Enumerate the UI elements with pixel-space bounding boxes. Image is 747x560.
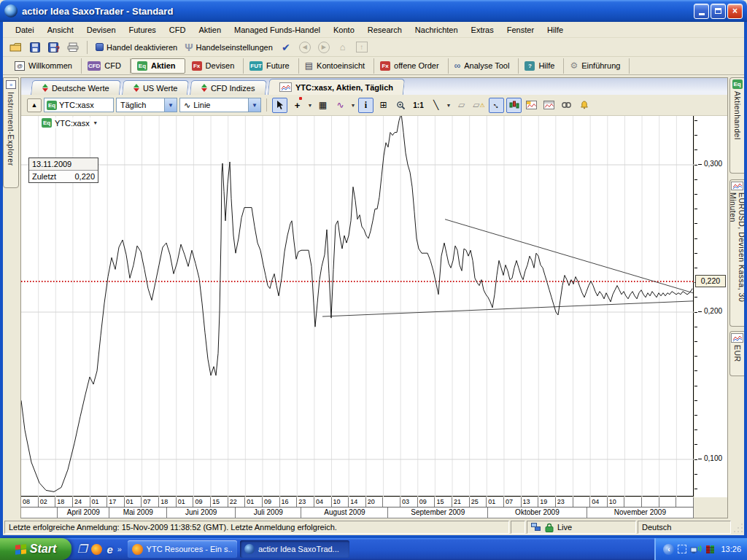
module-tab-label: Willkommen bbox=[28, 61, 72, 70]
dock-tab-aktienhandel[interactable]: EqAktienhandel bbox=[729, 77, 744, 174]
zoom-in-button[interactable] bbox=[393, 98, 409, 113]
forward-button[interactable]: ▶ bbox=[316, 39, 332, 55]
trendline-dropdown-icon[interactable]: ▼ bbox=[446, 103, 452, 108]
alert-bell-button[interactable] bbox=[576, 98, 592, 113]
close-button[interactable]: × bbox=[727, 4, 743, 19]
chart-tab-cfd-indizes[interactable]: CFD Indizes bbox=[190, 80, 267, 95]
menu-item-hilfe[interactable]: Hilfe bbox=[541, 24, 570, 36]
quick-launch-overflow-icon[interactable]: » bbox=[117, 545, 122, 553]
forward-icon: ▶ bbox=[318, 42, 330, 53]
menu-item-futures[interactable]: Futures bbox=[123, 24, 163, 36]
print-button[interactable] bbox=[65, 39, 81, 55]
x-axis-day bbox=[573, 497, 591, 507]
menu-item-konto[interactable]: Konto bbox=[327, 24, 361, 36]
chart-legend[interactable]: Eq YTC:xasx ▼ bbox=[40, 117, 100, 128]
save-as-button[interactable]: ? bbox=[46, 39, 62, 55]
tooltip-value: 0,220 bbox=[74, 172, 95, 181]
tray-app-icon[interactable] bbox=[678, 545, 686, 553]
sidebar-tab-instrument-explorer[interactable]: ≡ Instrument-Explorer bbox=[3, 77, 19, 188]
back-button[interactable]: ◀ bbox=[297, 39, 313, 55]
trade-settings-button[interactable]: Ψ Handelseinstellungen bbox=[182, 39, 275, 55]
style-select[interactable]: ∿Linie ▼ bbox=[179, 98, 261, 112]
info-tool-button[interactable]: i bbox=[358, 98, 374, 113]
x-axis-months[interactable]: April 2009Mai 2009Juni 2009Juli 2009Augu… bbox=[21, 508, 694, 518]
up-down-arrows-icon bbox=[201, 84, 207, 92]
module-tab-devisen[interactable]: FxDevisen bbox=[186, 58, 244, 74]
x-axis-day: 15 bbox=[211, 497, 228, 507]
x-axis-day: 14 bbox=[349, 497, 366, 507]
detach-window-button[interactable]: ⊞ bbox=[376, 98, 391, 113]
ie-desktop-icon[interactable]: ❐ bbox=[77, 542, 87, 556]
crosshair-tool-button[interactable]: + bbox=[290, 98, 305, 113]
grid-toggle-button[interactable]: ▦ bbox=[315, 98, 330, 113]
symbol-input[interactable]: Eq YTC:xasx bbox=[44, 98, 114, 112]
menu-item-cfd[interactable]: CFD bbox=[163, 24, 193, 36]
module-tab-aktien[interactable]: EqAktien bbox=[131, 58, 185, 74]
legend-dropdown-icon[interactable]: ▼ bbox=[93, 120, 98, 125]
menu-item-aktien[interactable]: Aktien bbox=[192, 24, 228, 36]
menu-item-fenster[interactable]: Fenster bbox=[500, 24, 541, 36]
module-tab-hilfe[interactable]: ?Hilfe bbox=[519, 58, 564, 74]
eraser-all-button[interactable]: ▱⚠ bbox=[471, 98, 487, 113]
open-button[interactable] bbox=[7, 39, 24, 55]
x-axis-day: 21 bbox=[452, 497, 470, 507]
menu-item-managed-funds-handel[interactable]: Managed Funds-Handel bbox=[228, 24, 327, 36]
chart-tab-deutsche-werte[interactable]: Deutsche Werte bbox=[31, 80, 121, 95]
language-field[interactable]: Deutsch bbox=[638, 521, 731, 534]
resize-grip[interactable] bbox=[732, 521, 743, 534]
trendline-tool-button[interactable]: ╲ bbox=[428, 98, 444, 113]
save-button[interactable] bbox=[27, 39, 43, 55]
fit-scale-button[interactable]: ↔ bbox=[489, 98, 504, 113]
menu-item-devisen[interactable]: Devisen bbox=[80, 24, 123, 36]
crosshair-dropdown-icon[interactable]: ▼ bbox=[307, 103, 313, 108]
tray-collapse-icon[interactable]: ‹ bbox=[663, 544, 674, 555]
chart-tab-ytc-xasx-aktien-t-glich[interactable]: YTC:xasx, Aktien, Täglich bbox=[268, 79, 405, 95]
x-axis-day bbox=[383, 497, 400, 507]
module-tab-cfd[interactable]: CFDCFD bbox=[82, 58, 131, 74]
home-button[interactable]: ⌂ bbox=[335, 39, 351, 55]
pointer-tool-button[interactable] bbox=[272, 98, 287, 113]
chart-copy-button[interactable] bbox=[541, 98, 557, 113]
trade-disable-button[interactable]: Handel deaktivieren bbox=[93, 39, 179, 55]
chart-tab-us-werte[interactable]: US Werte bbox=[122, 80, 190, 95]
chart-plot-area[interactable]: Eq YTC:xasx ▼ 13.11.2009 Zuletzt 0,220 bbox=[21, 116, 694, 497]
y-axis[interactable]: 0,3000,2000,100 0,220 bbox=[694, 116, 727, 497]
menu-item-datei[interactable]: Datei bbox=[9, 24, 41, 36]
x-axis-day: 07 bbox=[504, 497, 522, 507]
x-axis-day: 17 bbox=[107, 497, 125, 507]
ie-icon[interactable]: e bbox=[107, 543, 112, 556]
x-axis-days[interactable]: 0802182401170107180109152201091623041014… bbox=[21, 497, 694, 508]
menu-item-ansicht[interactable]: Ansicht bbox=[41, 24, 80, 36]
module-tab-offene-order[interactable]: Fxoffene Order bbox=[374, 58, 449, 74]
taskbar-button-ytc-resources-ein-s[interactable]: YTC Resources - Ein s... bbox=[128, 540, 237, 558]
menu-item-nachrichten[interactable]: Nachrichten bbox=[409, 24, 465, 36]
market-monitor-icon[interactable] bbox=[705, 545, 715, 554]
start-button[interactable]: Start bbox=[0, 538, 71, 560]
module-tab-future[interactable]: FUTFuture bbox=[244, 58, 298, 74]
taskbar-button-actior-idea-saxotrad[interactable]: actior Idea SaxoTrad... bbox=[240, 540, 349, 558]
module-tab-einf-hrung[interactable]: ⚙Einführung bbox=[564, 58, 630, 74]
module-tab-kontoeinsicht[interactable]: ▤Kontoeinsicht bbox=[299, 58, 374, 74]
indicator-tool-button[interactable]: ∿ bbox=[333, 98, 348, 113]
candlestick-overlay-button[interactable] bbox=[506, 98, 522, 113]
restore-button[interactable] bbox=[711, 4, 726, 19]
dock-tab-eurusd-devisen-kassa-30-minuten[interactable]: EURUSD, Devisen Kassa, 30 Minuten bbox=[729, 179, 744, 327]
network-signal-icon[interactable] bbox=[690, 545, 702, 554]
indicator-dropdown-icon[interactable]: ▼ bbox=[350, 103, 356, 108]
module-tab-analyse-tool[interactable]: ∞Analyse Tool bbox=[449, 58, 519, 74]
chart-template-button[interactable] bbox=[524, 98, 539, 113]
minimize-button[interactable] bbox=[694, 4, 709, 19]
up-button[interactable]: ↑ bbox=[354, 39, 370, 55]
menu-item-research[interactable]: Research bbox=[361, 24, 409, 36]
eraser-button[interactable]: ▱ bbox=[454, 98, 469, 113]
module-tab-willkommen[interactable]: @Willkommen bbox=[9, 58, 82, 74]
period-select[interactable]: Täglich ▼ bbox=[116, 98, 177, 112]
menu-item-extras[interactable]: Extras bbox=[465, 24, 500, 36]
dock-tab-eur[interactable]: EUR bbox=[729, 331, 744, 376]
link-charts-button[interactable] bbox=[559, 98, 574, 113]
confirm-button[interactable]: ✔ bbox=[278, 39, 294, 55]
collapse-button[interactable]: ▲ bbox=[27, 98, 42, 112]
start-label: Start bbox=[30, 542, 56, 556]
zoom-reset-button[interactable]: 1:1 bbox=[411, 98, 426, 113]
firefox-icon[interactable] bbox=[91, 544, 102, 555]
